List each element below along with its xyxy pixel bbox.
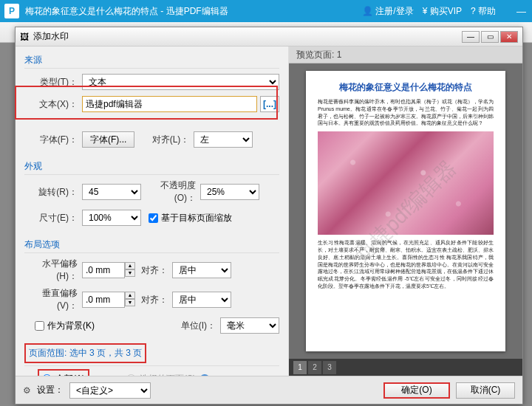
text-align-select[interactable]: 左 xyxy=(194,131,253,148)
voffset-spinner[interactable]: ▲▼ xyxy=(82,292,135,308)
scale-checkbox-label: 基于目标页面缩放 xyxy=(161,212,232,224)
type-label: 类型(T)： xyxy=(24,76,82,89)
page-thumbnail: 梅花的象征意义是什么梅花的特点 梅花是蔷薇科李属的落叶乔木，有时也指其果（梅子）… xyxy=(306,71,505,351)
dialog-close-icon[interactable]: ✕ xyxy=(500,31,518,43)
hoffset-spinner[interactable]: ▲▼ xyxy=(82,262,135,278)
hoffset-label: 水平偏移(H)： xyxy=(24,258,82,283)
minimize-window-icon[interactable]: — xyxy=(515,6,528,17)
settings-label: 设置： xyxy=(37,384,64,396)
ok-button[interactable]: 确定(O) xyxy=(383,382,450,399)
halign-select[interactable]: 居中 xyxy=(172,262,231,278)
doc-image xyxy=(318,131,494,235)
gear-icon[interactable]: ⚙ xyxy=(23,385,31,396)
register-link[interactable]: 👤 注册/登录 xyxy=(362,5,414,18)
doc-paragraph: 梅花是蔷薇科李属的落叶乔木，有时也指其果（梅子）或花（梅花），学名为Prunus… xyxy=(318,98,494,127)
dialog-icon: 🖼 xyxy=(20,32,29,42)
background-checkbox-label: 作为背景(K) xyxy=(47,320,176,332)
valign-select[interactable]: 居中 xyxy=(172,292,231,308)
dialog-footer: ⚙ 设置： <自定义> 确定(O) 取消(C) xyxy=(16,376,522,404)
background-checkbox[interactable] xyxy=(35,321,44,331)
thumb-page-2[interactable]: 2 xyxy=(308,361,321,374)
valign-label: 对齐： xyxy=(135,294,172,306)
preview-area: 梅花的象征意义是什么梅花的特点 梅花是蔷薇科李属的落叶乔木，有时也指其果（梅子）… xyxy=(289,63,522,359)
watermark-text-input[interactable] xyxy=(82,96,257,112)
app-logo: P xyxy=(4,4,19,18)
rotate-label: 旋转(R)： xyxy=(24,186,82,199)
scale-checkbox[interactable] xyxy=(149,213,158,223)
doc-paragraph-2: 生长习性梅花喜温暖、湿润的气候，在光照充足、通风良好条件下能较好生长，对土壤要求… xyxy=(318,239,494,290)
settings-preset-select[interactable]: <自定义> xyxy=(69,382,151,399)
dialog-title: 添加水印 xyxy=(33,30,462,43)
voffset-label: 垂直偏移(V)： xyxy=(24,287,82,312)
font-button[interactable]: 字体(F)... xyxy=(82,131,134,148)
browse-button[interactable]: [...] xyxy=(260,96,279,112)
page-range-heading: 页面范围: 选中 3 页，共 3 页 xyxy=(24,343,146,363)
thumb-page-3[interactable]: 3 xyxy=(323,361,336,374)
preview-header: 预览页面: 1 xyxy=(289,47,522,63)
unit-select[interactable]: 毫米 xyxy=(220,317,279,334)
halign-label: 对齐： xyxy=(135,264,172,277)
opacity-label: 不透明度(O)： xyxy=(141,179,200,204)
thumb-page-1[interactable]: 1 xyxy=(293,361,307,374)
app-title: 梅花的象征意义是什么梅花的特点 - 迅捷PDF编辑器 xyxy=(25,5,362,18)
rotate-select[interactable]: 45 xyxy=(82,184,141,200)
buy-vip-link[interactable]: ¥ 购买VIP xyxy=(423,5,462,18)
text-label: 文本(X)： xyxy=(24,98,82,111)
dialog-titlebar: 🖼 添加水印 — ▭ ✕ xyxy=(16,27,522,47)
opacity-select[interactable]: 25% xyxy=(200,184,259,200)
layout-heading: 布局选项 xyxy=(24,235,279,253)
preview-panel: 预览页面: 1 梅花的象征意义是什么梅花的特点 梅花是蔷薇科李属的落叶乔木，有时… xyxy=(289,47,522,376)
scale-select[interactable]: 100% xyxy=(82,210,141,226)
thumbnail-strip: 1 2 3 xyxy=(289,359,522,376)
app-titlebar: P 梅花的象征意义是什么梅花的特点 - 迅捷PDF编辑器 👤 注册/登录 ¥ 购… xyxy=(0,0,532,22)
text-align-label: 对齐(L)： xyxy=(134,134,194,146)
add-watermark-dialog: 🖼 添加水印 — ▭ ✕ 来源 类型(T)： 文本 文本(X)： [...] xyxy=(15,27,523,405)
type-select[interactable]: 文本 xyxy=(82,74,279,90)
scale-label: 尺寸(E)： xyxy=(24,212,82,224)
help-link[interactable]: ? 帮助 xyxy=(471,5,496,18)
appearance-heading: 外观 xyxy=(24,157,279,175)
unit-label: 单位(I)： xyxy=(176,320,220,332)
settings-panel: 来源 类型(T)： 文本 文本(X)： [...] 字体(F)： 字体(F)..… xyxy=(16,47,289,376)
dialog-minimize-icon[interactable]: — xyxy=(462,31,480,43)
font-label: 字体(F)： xyxy=(24,134,82,146)
source-heading: 来源 xyxy=(24,51,279,69)
dialog-maximize-icon[interactable]: ▭ xyxy=(481,31,499,43)
cancel-button[interactable]: 取消(C) xyxy=(456,382,515,399)
doc-title: 梅花的象征意义是什么梅花的特点 xyxy=(318,81,494,94)
